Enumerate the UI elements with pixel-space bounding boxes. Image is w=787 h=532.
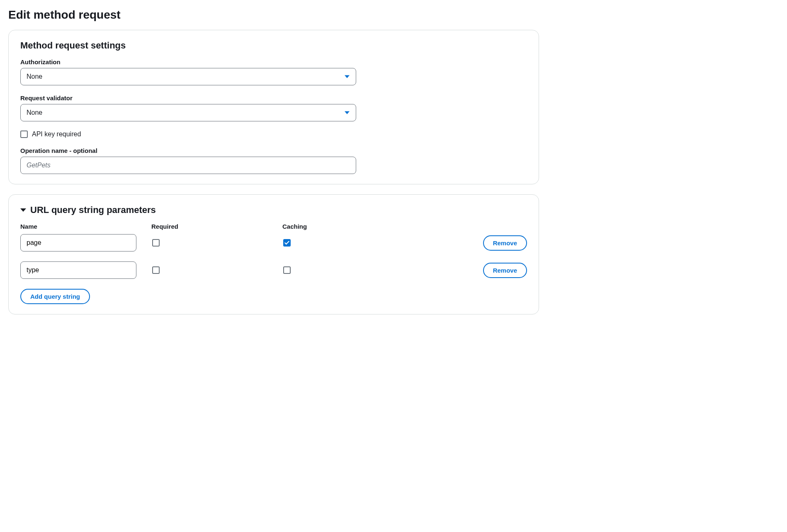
authorization-value: None (27, 73, 42, 80)
caret-down-icon (20, 208, 26, 212)
query-params-title: URL query string parameters (30, 205, 156, 215)
query-params-header[interactable]: URL query string parameters (20, 205, 527, 215)
method-request-settings-panel: Method request settings Authorization No… (8, 30, 539, 184)
column-name-label: Name (20, 223, 145, 230)
operation-name-input[interactable] (20, 157, 356, 174)
request-validator-value: None (27, 109, 42, 116)
remove-button[interactable]: Remove (483, 263, 527, 278)
authorization-select[interactable]: None (20, 68, 356, 85)
query-params-column-header: Name Required Caching (20, 223, 527, 230)
url-query-string-parameters-panel: URL query string parameters Name Require… (8, 194, 539, 314)
query-param-row: Remove (20, 234, 527, 251)
column-required-label: Required (151, 223, 276, 230)
page-title: Edit method request (8, 8, 779, 22)
operation-name-label: Operation name - optional (20, 147, 356, 154)
request-validator-label: Request validator (20, 94, 356, 102)
param-required-checkbox[interactable] (152, 239, 160, 247)
api-key-required-row: API key required (20, 131, 527, 138)
add-query-string-button[interactable]: Add query string (20, 289, 90, 304)
param-name-input[interactable] (20, 234, 136, 251)
request-validator-select[interactable]: None (20, 104, 356, 121)
api-key-required-checkbox[interactable] (20, 131, 28, 138)
settings-panel-title: Method request settings (20, 40, 527, 51)
api-key-required-label: API key required (32, 131, 81, 138)
query-param-row: Remove (20, 261, 527, 279)
request-validator-group: Request validator None (20, 94, 356, 121)
remove-button[interactable]: Remove (483, 235, 527, 251)
authorization-group: Authorization None (20, 58, 356, 85)
operation-name-group: Operation name - optional (20, 147, 356, 174)
param-caching-checkbox[interactable] (283, 266, 291, 274)
column-caching-label: Caching (282, 223, 407, 230)
param-name-input[interactable] (20, 261, 136, 279)
param-caching-checkbox[interactable] (283, 239, 291, 247)
param-required-checkbox[interactable] (152, 266, 160, 274)
authorization-label: Authorization (20, 58, 356, 65)
